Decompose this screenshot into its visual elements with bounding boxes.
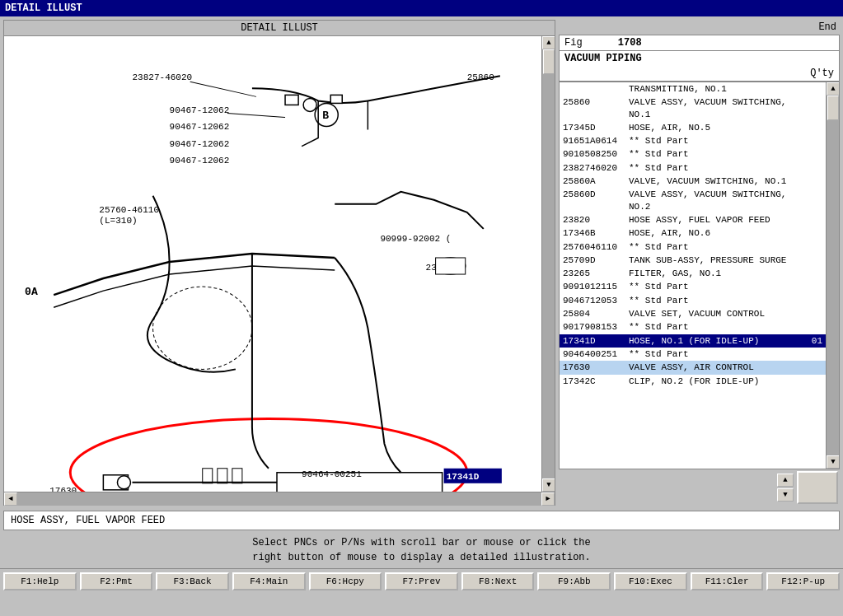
- part-number: 23265: [563, 268, 629, 279]
- instruction-line2: right button of mouse to display a detai…: [252, 552, 590, 563]
- parts-scroll-track[interactable]: [827, 96, 839, 455]
- svg-rect-15: [285, 95, 298, 105]
- function-key[interactable]: F8:Next: [461, 572, 535, 590]
- part-qty: [803, 268, 822, 279]
- function-key[interactable]: F10:Exec: [614, 572, 687, 590]
- svg-text:17341D: 17341D: [447, 472, 480, 482]
- diagram-hscroll-track[interactable]: [17, 492, 541, 506]
- table-row[interactable]: 23820HOSE ASSY, FUEL VAPOR FEED: [560, 213, 826, 226]
- col-headers: Q'ty: [560, 66, 839, 82]
- table-row[interactable]: 9046712053** Std Part: [560, 294, 826, 307]
- instruction-line1: Select PNCs or P/Ns with scroll bar or m…: [252, 537, 590, 548]
- svg-text:23827-46020: 23827-46020: [132, 72, 192, 82]
- table-row[interactable]: 17630VALVE ASSY, AIR CONTROL: [560, 361, 826, 374]
- function-keys: F1:HelpF2:PmtF3:BackF4:MainF6:HcpyF7:Pre…: [0, 568, 843, 594]
- function-key[interactable]: F2:Pmt: [80, 572, 153, 590]
- function-key[interactable]: F7:Prev: [385, 572, 458, 590]
- part-qty: [803, 227, 822, 239]
- part-qty: [803, 362, 822, 373]
- part-qty: [803, 135, 822, 147]
- diagram-scroll-down[interactable]: ▼: [542, 478, 555, 492]
- diagram-hscroll[interactable]: ◄ ►: [4, 492, 555, 505]
- diagram-scroll-left[interactable]: ◄: [4, 492, 17, 506]
- table-row[interactable]: 25804VALVE SET, VACUUM CONTROL: [560, 307, 826, 320]
- status-text: HOSE ASSY, FUEL VAPOR FEED: [11, 515, 165, 526]
- svg-rect-27: [232, 469, 242, 483]
- table-row[interactable]: 9046400251** Std Part: [560, 348, 826, 361]
- table-row[interactable]: 2382746020** Std Part: [560, 161, 826, 175]
- part-description: VALVE SET, VACUUM CONTROL: [629, 308, 803, 320]
- mini-down[interactable]: ▼: [777, 488, 794, 502]
- end-label: End: [559, 20, 840, 35]
- part-description: ** Std Part: [629, 162, 803, 174]
- part-description: TANK SUB-ASSY, PRESSURE SURGE: [629, 254, 803, 266]
- function-key[interactable]: F9:Abb: [537, 572, 611, 590]
- title-bar-label: DETAIL ILLUST: [5, 2, 82, 14]
- table-row[interactable]: 17345DHOSE, AIR, NO.5: [560, 121, 826, 134]
- mini-vscroll[interactable]: ▲ ▼: [777, 474, 794, 502]
- part-qty: [803, 281, 822, 292]
- thumbnail-box: [797, 471, 838, 504]
- table-row[interactable]: TRANSMITTING, NO.1: [560, 82, 826, 96]
- part-number: 17630: [563, 362, 629, 373]
- table-row[interactable]: 91651A0614** Std Part: [560, 134, 826, 147]
- svg-text:(L=310): (L=310): [99, 216, 137, 226]
- diagram-scroll-right[interactable]: ►: [541, 492, 555, 506]
- part-description: VALVE, VACUUM SWITCHING, NO.1: [629, 175, 803, 187]
- table-row[interactable]: 17341DHOSE, NO.1 (FOR IDLE-UP)01: [560, 334, 826, 348]
- diagram-scroll-up[interactable]: ▲: [542, 36, 555, 49]
- title-bar: DETAIL ILLUST: [0, 0, 843, 16]
- part-number: 25860: [563, 96, 629, 120]
- table-row[interactable]: 25860AVALVE, VACUUM SWITCHING, NO.1: [560, 175, 826, 188]
- part-qty: [803, 162, 822, 174]
- part-qty: [803, 96, 822, 120]
- part-qty: [803, 175, 822, 187]
- part-number: 17346B: [563, 227, 629, 239]
- function-key[interactable]: F1:Help: [3, 572, 77, 590]
- parts-scroll-up[interactable]: ▲: [827, 82, 839, 96]
- part-number: 91651A0614: [563, 135, 629, 147]
- mini-up[interactable]: ▲: [777, 474, 794, 487]
- svg-rect-25: [203, 469, 213, 483]
- parts-vscroll[interactable]: ▲ ▼: [826, 82, 839, 469]
- table-row[interactable]: 9017908153** Std Part: [560, 320, 826, 334]
- part-description: ** Std Part: [629, 295, 803, 306]
- diagram-scroll-track[interactable]: [542, 49, 555, 478]
- part-number: 17341D: [563, 335, 629, 347]
- table-row[interactable]: 23265FILTER, GAS, NO.1: [560, 267, 826, 280]
- function-key[interactable]: F3:Back: [156, 572, 229, 590]
- svg-text:17342C: 17342C: [322, 490, 355, 492]
- part-qty: [803, 83, 822, 95]
- parts-list-container[interactable]: TRANSMITTING, NO.125860VALVE ASSY, VACUU…: [560, 82, 826, 469]
- part-description: TRANSMITTING, NO.1: [629, 83, 803, 95]
- fig-number: 1708: [618, 37, 642, 49]
- diagram-title: DETAIL ILLUST: [4, 21, 555, 36]
- svg-text:25760-46110: 25760-46110: [99, 205, 159, 215]
- fig-row: Fig 1708: [560, 35, 839, 51]
- function-key[interactable]: F4:Main: [232, 572, 306, 590]
- part-number: 25804: [563, 308, 629, 320]
- function-key[interactable]: F11:Cler: [691, 572, 764, 590]
- svg-text:90464-00251: 90464-00251: [302, 469, 362, 479]
- function-key[interactable]: F12:P-up: [766, 572, 840, 590]
- svg-text:90467-12062: 90467-12062: [170, 123, 230, 133]
- part-qty: [803, 348, 822, 360]
- diagram-area[interactable]: 23827-46020 90467-12062 90467-12062 9046…: [4, 36, 541, 492]
- table-row[interactable]: 9010508250** Std Part: [560, 147, 826, 161]
- table-row[interactable]: 25860VALVE ASSY, VACUUM SWITCHING, NO.1: [560, 96, 826, 121]
- part-qty: [803, 295, 822, 306]
- part-number: 9046400251: [563, 348, 629, 360]
- table-row[interactable]: 17346BHOSE, AIR, NO.6: [560, 226, 826, 240]
- fig-label: Fig: [564, 37, 583, 49]
- table-row[interactable]: 25860DVALVE ASSY, VACUUM SWITCHING, NO.2: [560, 188, 826, 213]
- function-key[interactable]: F6:Hcpy: [309, 572, 382, 590]
- table-row[interactable]: 9091012115** Std Part: [560, 280, 826, 293]
- fig-number-display: Fig 1708: [564, 37, 642, 49]
- parts-scroll-down[interactable]: ▼: [827, 455, 839, 469]
- part-qty: [803, 321, 822, 333]
- table-row[interactable]: 25709DTANK SUB-ASSY, PRESSURE SURGE: [560, 254, 826, 267]
- table-row[interactable]: 17342CCLIP, NO.2 (FOR IDLE-UP): [560, 375, 826, 388]
- diagram-vscroll[interactable]: ▲ ▼: [541, 36, 555, 492]
- part-description: VALVE ASSY, VACUUM SWITCHING, NO.1: [629, 96, 803, 120]
- table-row[interactable]: 2576046110** Std Part: [560, 240, 826, 254]
